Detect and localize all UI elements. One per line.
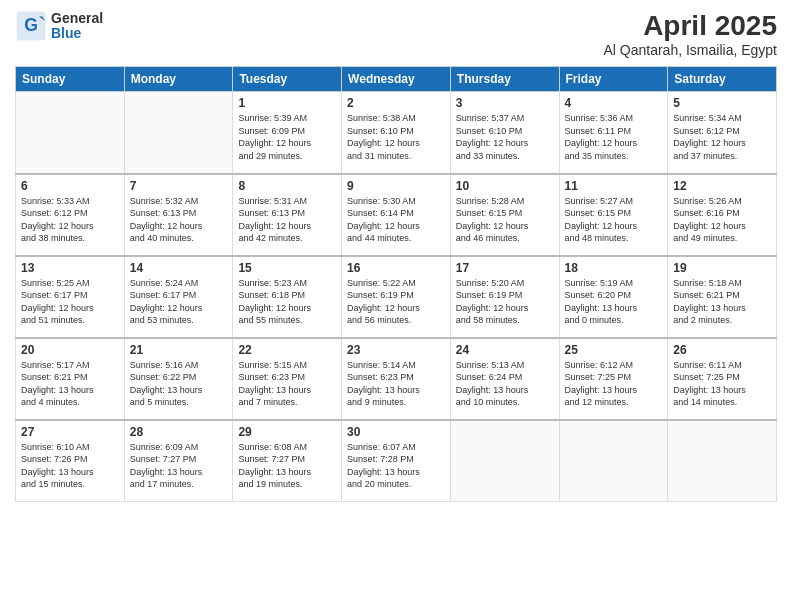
day-info-w4-d3: Sunrise: 6:07 AM Sunset: 7:28 PM Dayligh… xyxy=(347,441,445,491)
day-number-w0-d2: 1 xyxy=(238,96,336,110)
calendar-cell-w0-d1 xyxy=(124,92,233,174)
day-number-w0-d5: 4 xyxy=(565,96,663,110)
calendar-cell-w0-d5: 4Sunrise: 5:36 AM Sunset: 6:11 PM Daylig… xyxy=(559,92,668,174)
day-info-w1-d3: Sunrise: 5:30 AM Sunset: 6:14 PM Dayligh… xyxy=(347,195,445,245)
day-number-w3-d3: 23 xyxy=(347,343,445,357)
calendar-cell-w1-d3: 9Sunrise: 5:30 AM Sunset: 6:14 PM Daylig… xyxy=(342,174,451,256)
location: Al Qantarah, Ismailia, Egypt xyxy=(603,42,777,58)
day-number-w3-d4: 24 xyxy=(456,343,554,357)
title-block: April 2025 Al Qantarah, Ismailia, Egypt xyxy=(603,10,777,58)
header-saturday: Saturday xyxy=(668,67,777,92)
day-info-w0-d4: Sunrise: 5:37 AM Sunset: 6:10 PM Dayligh… xyxy=(456,112,554,162)
header-monday: Monday xyxy=(124,67,233,92)
svg-text:G: G xyxy=(24,15,38,35)
calendar: Sunday Monday Tuesday Wednesday Thursday… xyxy=(15,66,777,502)
day-number-w1-d4: 10 xyxy=(456,179,554,193)
day-info-w2-d1: Sunrise: 5:24 AM Sunset: 6:17 PM Dayligh… xyxy=(130,277,228,327)
day-info-w3-d5: Sunrise: 6:12 AM Sunset: 7:25 PM Dayligh… xyxy=(565,359,663,409)
day-number-w0-d6: 5 xyxy=(673,96,771,110)
day-info-w2-d2: Sunrise: 5:23 AM Sunset: 6:18 PM Dayligh… xyxy=(238,277,336,327)
calendar-cell-w4-d1: 28Sunrise: 6:09 AM Sunset: 7:27 PM Dayli… xyxy=(124,420,233,502)
day-info-w3-d2: Sunrise: 5:15 AM Sunset: 6:23 PM Dayligh… xyxy=(238,359,336,409)
week-row-0: 1Sunrise: 5:39 AM Sunset: 6:09 PM Daylig… xyxy=(16,92,777,174)
header-friday: Friday xyxy=(559,67,668,92)
calendar-cell-w2-d3: 16Sunrise: 5:22 AM Sunset: 6:19 PM Dayli… xyxy=(342,256,451,338)
calendar-cell-w2-d6: 19Sunrise: 5:18 AM Sunset: 6:21 PM Dayli… xyxy=(668,256,777,338)
calendar-cell-w1-d6: 12Sunrise: 5:26 AM Sunset: 6:16 PM Dayli… xyxy=(668,174,777,256)
day-info-w3-d3: Sunrise: 5:14 AM Sunset: 6:23 PM Dayligh… xyxy=(347,359,445,409)
day-number-w3-d2: 22 xyxy=(238,343,336,357)
calendar-cell-w3-d0: 20Sunrise: 5:17 AM Sunset: 6:21 PM Dayli… xyxy=(16,338,125,420)
day-info-w0-d3: Sunrise: 5:38 AM Sunset: 6:10 PM Dayligh… xyxy=(347,112,445,162)
day-number-w2-d2: 15 xyxy=(238,261,336,275)
calendar-cell-w4-d0: 27Sunrise: 6:10 AM Sunset: 7:26 PM Dayli… xyxy=(16,420,125,502)
calendar-cell-w2-d4: 17Sunrise: 5:20 AM Sunset: 6:19 PM Dayli… xyxy=(450,256,559,338)
calendar-cell-w3-d4: 24Sunrise: 5:13 AM Sunset: 6:24 PM Dayli… xyxy=(450,338,559,420)
calendar-cell-w0-d3: 2Sunrise: 5:38 AM Sunset: 6:10 PM Daylig… xyxy=(342,92,451,174)
calendar-cell-w1-d4: 10Sunrise: 5:28 AM Sunset: 6:15 PM Dayli… xyxy=(450,174,559,256)
calendar-cell-w0-d6: 5Sunrise: 5:34 AM Sunset: 6:12 PM Daylig… xyxy=(668,92,777,174)
calendar-cell-w4-d5 xyxy=(559,420,668,502)
calendar-cell-w3-d6: 26Sunrise: 6:11 AM Sunset: 7:25 PM Dayli… xyxy=(668,338,777,420)
calendar-cell-w0-d0 xyxy=(16,92,125,174)
page-container: G General Blue April 2025 Al Qantarah, I… xyxy=(0,0,792,612)
day-number-w2-d5: 18 xyxy=(565,261,663,275)
day-info-w1-d4: Sunrise: 5:28 AM Sunset: 6:15 PM Dayligh… xyxy=(456,195,554,245)
header-tuesday: Tuesday xyxy=(233,67,342,92)
calendar-cell-w4-d3: 30Sunrise: 6:07 AM Sunset: 7:28 PM Dayli… xyxy=(342,420,451,502)
calendar-cell-w3-d5: 25Sunrise: 6:12 AM Sunset: 7:25 PM Dayli… xyxy=(559,338,668,420)
week-row-1: 6Sunrise: 5:33 AM Sunset: 6:12 PM Daylig… xyxy=(16,174,777,256)
calendar-cell-w1-d0: 6Sunrise: 5:33 AM Sunset: 6:12 PM Daylig… xyxy=(16,174,125,256)
day-number-w3-d5: 25 xyxy=(565,343,663,357)
header: G General Blue April 2025 Al Qantarah, I… xyxy=(15,10,777,58)
day-info-w2-d5: Sunrise: 5:19 AM Sunset: 6:20 PM Dayligh… xyxy=(565,277,663,327)
calendar-cell-w3-d3: 23Sunrise: 5:14 AM Sunset: 6:23 PM Dayli… xyxy=(342,338,451,420)
weekday-header-row: Sunday Monday Tuesday Wednesday Thursday… xyxy=(16,67,777,92)
day-info-w3-d6: Sunrise: 6:11 AM Sunset: 7:25 PM Dayligh… xyxy=(673,359,771,409)
logo-icon: G xyxy=(15,10,47,42)
calendar-cell-w2-d2: 15Sunrise: 5:23 AM Sunset: 6:18 PM Dayli… xyxy=(233,256,342,338)
header-wednesday: Wednesday xyxy=(342,67,451,92)
day-number-w4-d2: 29 xyxy=(238,425,336,439)
calendar-cell-w1-d2: 8Sunrise: 5:31 AM Sunset: 6:13 PM Daylig… xyxy=(233,174,342,256)
day-info-w4-d2: Sunrise: 6:08 AM Sunset: 7:27 PM Dayligh… xyxy=(238,441,336,491)
day-info-w1-d2: Sunrise: 5:31 AM Sunset: 6:13 PM Dayligh… xyxy=(238,195,336,245)
logo-blue-text: Blue xyxy=(51,26,103,41)
week-row-2: 13Sunrise: 5:25 AM Sunset: 6:17 PM Dayli… xyxy=(16,256,777,338)
day-number-w1-d6: 12 xyxy=(673,179,771,193)
calendar-cell-w0-d4: 3Sunrise: 5:37 AM Sunset: 6:10 PM Daylig… xyxy=(450,92,559,174)
day-number-w1-d3: 9 xyxy=(347,179,445,193)
day-number-w4-d0: 27 xyxy=(21,425,119,439)
header-sunday: Sunday xyxy=(16,67,125,92)
day-number-w2-d3: 16 xyxy=(347,261,445,275)
day-number-w2-d1: 14 xyxy=(130,261,228,275)
month-title: April 2025 xyxy=(603,10,777,42)
day-number-w2-d6: 19 xyxy=(673,261,771,275)
day-info-w2-d0: Sunrise: 5:25 AM Sunset: 6:17 PM Dayligh… xyxy=(21,277,119,327)
day-number-w4-d1: 28 xyxy=(130,425,228,439)
week-row-3: 20Sunrise: 5:17 AM Sunset: 6:21 PM Dayli… xyxy=(16,338,777,420)
day-number-w2-d0: 13 xyxy=(21,261,119,275)
calendar-cell-w1-d1: 7Sunrise: 5:32 AM Sunset: 6:13 PM Daylig… xyxy=(124,174,233,256)
day-info-w1-d6: Sunrise: 5:26 AM Sunset: 6:16 PM Dayligh… xyxy=(673,195,771,245)
day-info-w1-d5: Sunrise: 5:27 AM Sunset: 6:15 PM Dayligh… xyxy=(565,195,663,245)
calendar-cell-w2-d0: 13Sunrise: 5:25 AM Sunset: 6:17 PM Dayli… xyxy=(16,256,125,338)
logo-general-text: General xyxy=(51,11,103,26)
day-number-w3-d1: 21 xyxy=(130,343,228,357)
day-number-w4-d3: 30 xyxy=(347,425,445,439)
day-number-w1-d1: 7 xyxy=(130,179,228,193)
day-info-w4-d0: Sunrise: 6:10 AM Sunset: 7:26 PM Dayligh… xyxy=(21,441,119,491)
day-number-w3-d0: 20 xyxy=(21,343,119,357)
day-info-w4-d1: Sunrise: 6:09 AM Sunset: 7:27 PM Dayligh… xyxy=(130,441,228,491)
calendar-cell-w1-d5: 11Sunrise: 5:27 AM Sunset: 6:15 PM Dayli… xyxy=(559,174,668,256)
header-thursday: Thursday xyxy=(450,67,559,92)
day-number-w1-d2: 8 xyxy=(238,179,336,193)
day-info-w0-d2: Sunrise: 5:39 AM Sunset: 6:09 PM Dayligh… xyxy=(238,112,336,162)
logo-text: General Blue xyxy=(51,11,103,42)
logo: G General Blue xyxy=(15,10,103,42)
day-number-w0-d4: 3 xyxy=(456,96,554,110)
calendar-cell-w4-d4 xyxy=(450,420,559,502)
day-info-w0-d5: Sunrise: 5:36 AM Sunset: 6:11 PM Dayligh… xyxy=(565,112,663,162)
day-info-w1-d0: Sunrise: 5:33 AM Sunset: 6:12 PM Dayligh… xyxy=(21,195,119,245)
day-info-w3-d0: Sunrise: 5:17 AM Sunset: 6:21 PM Dayligh… xyxy=(21,359,119,409)
